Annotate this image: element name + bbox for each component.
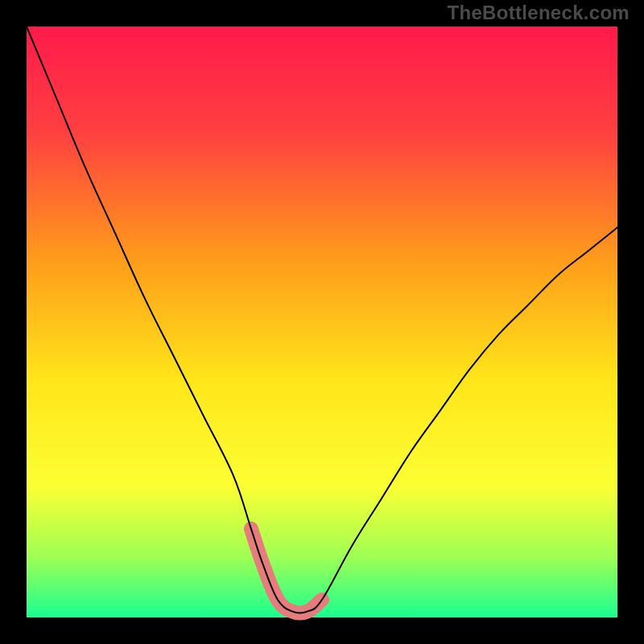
plot-background (27, 27, 617, 617)
watermark-text: TheBottleneck.com (448, 2, 630, 24)
chart-container: TheBottleneck.com (0, 0, 644, 644)
bottleneck-chart (0, 0, 644, 644)
